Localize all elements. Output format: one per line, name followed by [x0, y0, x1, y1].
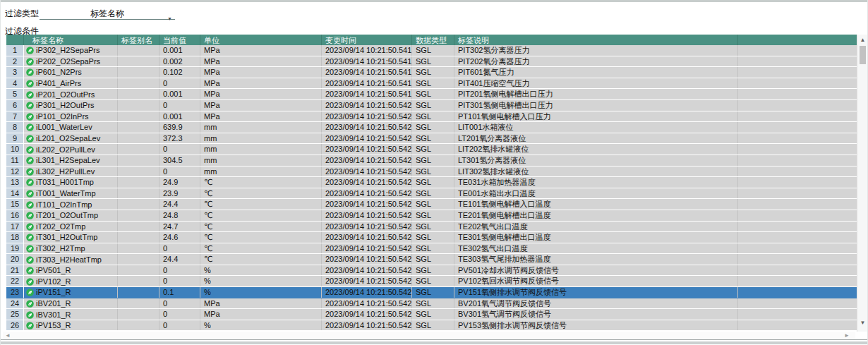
table-row[interactable]: 3 iP601_N2Prs 0.102 MPa 2023/09/14 10:21… [6, 67, 857, 78]
tag-description-cell: PIT202氧分离器压力 [454, 56, 738, 67]
filter-type-label: 过滤类型 [5, 8, 39, 20]
tag-name-cell: iL302_H2PullLev [24, 167, 118, 177]
unit-cell: MPa [200, 100, 322, 111]
table-row[interactable]: 5 iP201_O2OutPrs 0.001 MPa 2023/09/14 10… [6, 89, 857, 100]
tag-description-cell: TE201氧侧电解槽出口温度 [454, 210, 738, 221]
row-number-cell: 22 [6, 276, 24, 286]
tag-name-cell: iT001_WaterTmp [24, 188, 118, 199]
current-value-cell: 0 [159, 144, 200, 155]
dropdown-arrow-icon[interactable]: ▼ [167, 16, 172, 21]
scroll-left-icon[interactable]: ◄ [5, 332, 11, 339]
tag-description-cell: TE302氢气出口温度 [454, 243, 738, 254]
tag-alias-cell [118, 320, 159, 331]
table-row[interactable]: 18 iT301_H2OutTmp 24.6 ℃ 2023/09/14 10:2… [6, 232, 857, 243]
table-row[interactable]: 20 iT303_H2HeatTmp 24.4 ℃ 2023/09/14 10:… [6, 254, 857, 265]
table-row[interactable]: 13 iT031_H001Tmp 24.9 ℃ 2023/09/14 10:21… [6, 177, 857, 188]
table-row[interactable]: 11 iL301_H2SepaLev 304.5 mm 2023/09/14 1… [6, 155, 857, 167]
vertical-scrollbar[interactable]: ▲ ▼ [857, 35, 868, 332]
row-number-cell: 18 [6, 232, 24, 243]
scroll-right-icon[interactable]: ► [844, 332, 850, 339]
scroll-up-icon[interactable]: ▲ [857, 36, 868, 44]
table-row[interactable]: 2 iP202_O2SepaPrs 0.002 MPa 2023/09/14 1… [6, 56, 857, 68]
table-row[interactable]: 21 iPV501_R 0 % 2023/09/14 10:21:50.542 … [6, 265, 857, 277]
vertical-scrollbar-thumb[interactable] [860, 46, 866, 64]
table-row[interactable]: 8 iL001_WaterLev 639.9 mm 2023/09/14 10:… [6, 122, 857, 133]
row-number-cell: 20 [6, 254, 24, 265]
table-row[interactable]: 6 iP301_H2OutPrs 0 MPa 2023/09/14 10:21:… [6, 100, 857, 111]
tag-alias-cell [118, 177, 159, 188]
unit-cell: MPa [200, 67, 322, 78]
data-type-cell: SGL [412, 298, 454, 309]
row-number-cell: 24 [6, 298, 24, 309]
header-unit[interactable]: 单位 [200, 35, 322, 45]
tag-name-text: iPV153_R [36, 321, 71, 330]
tag-name-cell: iL301_H2SepaLev [24, 155, 118, 166]
header-tag-alias[interactable]: 标签别名 [118, 35, 159, 45]
table-row[interactable]: 15 iT101_O2InTmp 24.4 ℃ 2023/09/14 10:21… [6, 199, 857, 210]
tag-alias-cell [118, 167, 159, 177]
data-type-cell: SGL [412, 276, 454, 286]
header-change-time[interactable]: 变更时间 [322, 35, 412, 45]
current-value-cell: 0 [159, 167, 200, 177]
tag-alias-cell [118, 243, 159, 254]
tag-icon [26, 168, 34, 176]
tag-description-cell: BV301氢气调节阀反馈信号 [454, 309, 738, 320]
filler-cell [738, 133, 857, 144]
change-time-cell: 2023/09/14 10:21:50.542 [322, 199, 412, 210]
tag-name-text: iT201_O2OutTmp [36, 211, 98, 220]
filler-cell [738, 100, 857, 111]
unit-cell: MPa [200, 89, 322, 99]
row-number-cell: 2 [6, 56, 24, 67]
current-value-cell: 24.4 [159, 254, 200, 265]
filler-cell [738, 309, 857, 320]
tag-name-cell: iT303_H2HeatTmp [24, 254, 118, 265]
current-value-cell: 24.6 [159, 232, 200, 243]
table-row[interactable]: 17 iT202_O2Tmp 24.7 ℃ 2023/09/14 10:21:5… [6, 222, 857, 233]
table-row[interactable]: 25 iBV301_R 0 MPa 2023/09/14 10:21:50.54… [6, 309, 857, 320]
header-current-value[interactable]: 当前值 [159, 35, 200, 45]
header-tag-description[interactable]: 标签说明 [454, 35, 738, 45]
table-row[interactable]: 9 iL201_O2SepaLev 372.3 mm 2023/09/14 10… [6, 133, 857, 145]
table-row[interactable]: 16 iT201_O2OutTmp 24.8 ℃ 2023/09/14 10:2… [6, 210, 857, 222]
tag-name-text: iL001_WaterLev [36, 123, 92, 132]
tag-alias-cell [118, 188, 159, 199]
data-type-cell: SGL [412, 309, 454, 320]
unit-cell: mm [200, 122, 322, 133]
unit-cell: % [200, 276, 322, 286]
filler-cell [738, 222, 857, 232]
table-row[interactable]: 14 iT001_WaterTmp 23.9 ℃ 2023/09/14 10:2… [6, 188, 857, 200]
tag-description-cell: LT301氢分离器液位 [454, 155, 738, 166]
table-row[interactable]: 23 iPV151_R 0.1 % 2023/09/14 10:21:50.54… [6, 287, 857, 298]
filter-type-combobox[interactable]: 标签名称 ▼ [40, 7, 175, 20]
scroll-down-icon[interactable]: ▼ [857, 319, 868, 327]
table-row[interactable]: 7 iP101_O2InPrs 0.001 MPa 2023/09/14 10:… [6, 111, 857, 123]
tag-icon [26, 91, 34, 99]
table-row[interactable]: 22 iPV102_R 0 % 2023/09/14 10:21:50.542 … [6, 276, 857, 287]
table-row[interactable]: 12 iL302_H2PullLev 0 mm 2023/09/14 10:21… [6, 167, 857, 178]
current-value-cell: 0 [159, 298, 200, 309]
tag-name-cell: iBV201_R [24, 298, 118, 309]
tag-icon [26, 223, 34, 231]
tag-name-text: iL301_H2SepaLev [36, 156, 100, 165]
change-time-cell: 2023/09/14 10:21:50.542 [322, 232, 412, 243]
row-number-cell: 21 [6, 265, 24, 276]
table-row[interactable]: 24 iBV201_R 0 MPa 2023/09/14 10:21:50.54… [6, 298, 857, 310]
table-row[interactable]: 19 iT302_H2Tmp 0 ℃ 2023/09/14 10:21:50.5… [6, 243, 857, 255]
header-tag-name[interactable]: 标签名称 [24, 35, 118, 45]
row-number-cell: 6 [6, 100, 24, 111]
tag-name-cell: iPV501_R [24, 265, 118, 276]
tag-description-cell: TE202氧气出口温度 [454, 222, 738, 232]
horizontal-scrollbar[interactable]: ◄ ► [3, 332, 855, 339]
change-time-cell: 2023/09/14 10:21:50.541 [322, 45, 412, 56]
header-data-type[interactable]: 数据类型 [412, 35, 454, 45]
table-row[interactable]: 26 iPV153_R 0 % 2023/09/14 10:21:50.542 … [6, 320, 857, 332]
tag-icon [26, 178, 34, 186]
unit-cell: ℃ [200, 199, 322, 210]
table-row[interactable]: 4 iP401_AirPrs 0 MPa 2023/09/14 10:21:50… [6, 78, 857, 90]
change-time-cell: 2023/09/14 10:21:50.542 [322, 276, 412, 286]
table-row[interactable]: 10 iL202_O2PullLev 0 mm 2023/09/14 10:21… [6, 144, 857, 155]
table-row[interactable]: 1 iP302_H2SepaPrs 0.001 MPa 2023/09/14 1… [6, 45, 857, 56]
data-type-cell: SGL [412, 78, 454, 89]
change-time-cell: 2023/09/14 10:21:50.542 [322, 254, 412, 265]
filler-cell [738, 167, 857, 177]
